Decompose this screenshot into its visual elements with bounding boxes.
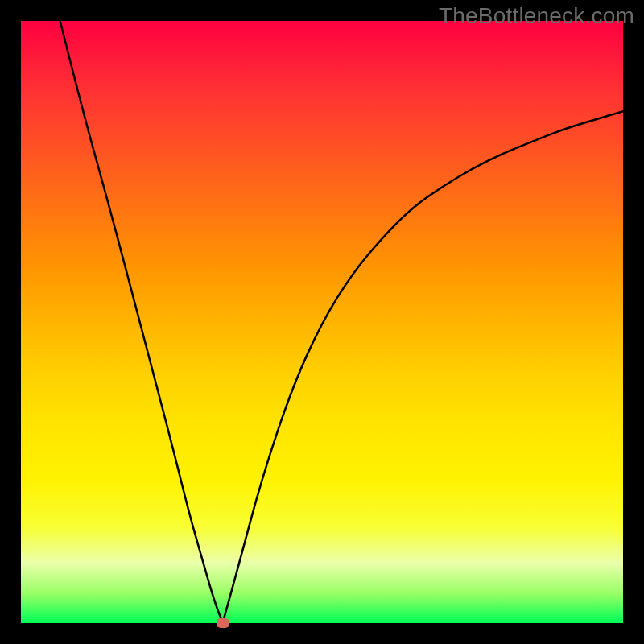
optimal-point-marker bbox=[217, 618, 229, 628]
watermark-text: TheBottleneck.com bbox=[439, 3, 634, 29]
plot-area bbox=[21, 21, 623, 623]
chart-frame: TheBottleneck.com bbox=[0, 0, 644, 644]
curve-left-branch bbox=[60, 21, 223, 623]
curve-right-branch bbox=[223, 111, 623, 623]
bottleneck-curve bbox=[21, 21, 623, 623]
